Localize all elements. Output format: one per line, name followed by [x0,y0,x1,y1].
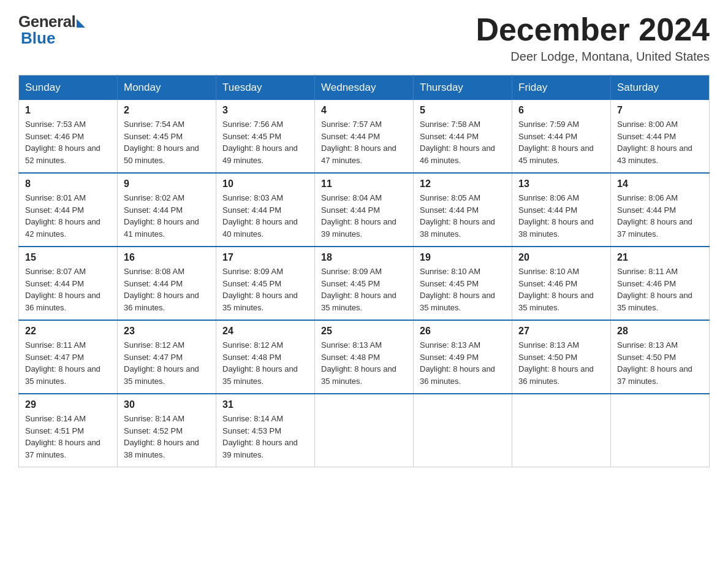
day-info: Sunrise: 8:11 AMSunset: 4:47 PMDaylight:… [25,339,111,387]
day-number: 9 [124,178,210,190]
table-row: 29Sunrise: 8:14 AMSunset: 4:51 PMDayligh… [19,394,118,467]
day-info: Sunrise: 7:58 AMSunset: 4:44 PMDaylight:… [420,118,506,166]
table-row: 26Sunrise: 8:13 AMSunset: 4:49 PMDayligh… [414,320,512,394]
calendar-week-row: 8Sunrise: 8:01 AMSunset: 4:44 PMDaylight… [19,173,710,247]
table-row: 8Sunrise: 8:01 AMSunset: 4:44 PMDaylight… [19,173,118,247]
day-info: Sunrise: 8:10 AMSunset: 4:45 PMDaylight:… [420,266,506,313]
day-number: 23 [124,326,210,337]
day-number: 29 [25,399,111,410]
table-row: 4Sunrise: 7:57 AMSunset: 4:44 PMDaylight… [315,100,414,173]
table-row: 24Sunrise: 8:12 AMSunset: 4:48 PMDayligh… [216,320,315,394]
calendar-week-row: 15Sunrise: 8:07 AMSunset: 4:44 PMDayligh… [19,247,710,320]
col-monday: Monday [118,75,216,101]
day-number: 8 [25,178,111,190]
day-info: Sunrise: 8:13 AMSunset: 4:48 PMDaylight:… [321,339,407,387]
day-number: 5 [420,105,506,116]
day-info: Sunrise: 8:01 AMSunset: 4:44 PMDaylight:… [25,192,111,240]
table-row: 14Sunrise: 8:06 AMSunset: 4:44 PMDayligh… [611,173,710,247]
table-row: 11Sunrise: 8:04 AMSunset: 4:44 PMDayligh… [315,173,414,247]
day-info: Sunrise: 8:12 AMSunset: 4:48 PMDaylight:… [222,339,308,387]
day-info: Sunrise: 8:11 AMSunset: 4:46 PMDaylight:… [617,266,703,313]
day-number: 16 [124,252,210,263]
day-number: 20 [518,252,604,263]
table-row: 18Sunrise: 8:09 AMSunset: 4:45 PMDayligh… [315,247,414,320]
table-row: 20Sunrise: 8:10 AMSunset: 4:46 PMDayligh… [512,247,611,320]
table-row: 16Sunrise: 8:08 AMSunset: 4:44 PMDayligh… [118,247,216,320]
col-saturday: Saturday [611,75,710,101]
table-row: 15Sunrise: 8:07 AMSunset: 4:44 PMDayligh… [19,247,118,320]
day-info: Sunrise: 7:57 AMSunset: 4:44 PMDaylight:… [321,118,407,166]
table-row: 28Sunrise: 8:13 AMSunset: 4:50 PMDayligh… [611,320,710,394]
location-subtitle: Deer Lodge, Montana, United States [476,50,710,64]
day-info: Sunrise: 8:09 AMSunset: 4:45 PMDaylight:… [222,266,308,313]
day-number: 2 [124,105,210,116]
day-info: Sunrise: 8:06 AMSunset: 4:44 PMDaylight:… [617,192,703,240]
day-number: 7 [617,105,703,116]
day-number: 30 [124,399,210,410]
table-row: 27Sunrise: 8:13 AMSunset: 4:50 PMDayligh… [512,320,611,394]
day-number: 13 [518,178,604,190]
logo-blue-text: Blue [21,29,55,48]
day-number: 25 [321,326,407,337]
table-row [512,394,611,467]
calendar-week-row: 22Sunrise: 8:11 AMSunset: 4:47 PMDayligh… [19,320,710,394]
day-number: 12 [420,178,506,190]
day-info: Sunrise: 8:10 AMSunset: 4:46 PMDaylight:… [518,266,604,313]
table-row: 25Sunrise: 8:13 AMSunset: 4:48 PMDayligh… [315,320,414,394]
day-info: Sunrise: 7:59 AMSunset: 4:44 PMDaylight:… [518,118,604,166]
day-info: Sunrise: 8:02 AMSunset: 4:44 PMDaylight:… [124,192,210,240]
day-number: 24 [222,326,308,337]
table-row: 31Sunrise: 8:14 AMSunset: 4:53 PMDayligh… [216,394,315,467]
day-info: Sunrise: 8:14 AMSunset: 4:53 PMDaylight:… [222,413,308,461]
day-number: 6 [518,105,604,116]
table-row: 13Sunrise: 8:06 AMSunset: 4:44 PMDayligh… [512,173,611,247]
page-header: General Blue December 2024 Deer Lodge, M… [18,12,710,64]
table-row [414,394,512,467]
col-wednesday: Wednesday [315,75,414,101]
day-info: Sunrise: 8:06 AMSunset: 4:44 PMDaylight:… [518,192,604,240]
table-row: 6Sunrise: 7:59 AMSunset: 4:44 PMDaylight… [512,100,611,173]
table-row [315,394,414,467]
day-info: Sunrise: 8:04 AMSunset: 4:44 PMDaylight:… [321,192,407,240]
table-row: 7Sunrise: 8:00 AMSunset: 4:44 PMDaylight… [611,100,710,173]
day-info: Sunrise: 8:03 AMSunset: 4:44 PMDaylight:… [222,192,308,240]
table-row: 5Sunrise: 7:58 AMSunset: 4:44 PMDaylight… [414,100,512,173]
day-info: Sunrise: 8:08 AMSunset: 4:44 PMDaylight:… [124,266,210,313]
day-info: Sunrise: 8:13 AMSunset: 4:50 PMDaylight:… [518,339,604,387]
day-info: Sunrise: 8:00 AMSunset: 4:44 PMDaylight:… [617,118,703,166]
table-row: 12Sunrise: 8:05 AMSunset: 4:44 PMDayligh… [414,173,512,247]
day-info: Sunrise: 8:09 AMSunset: 4:45 PMDaylight:… [321,266,407,313]
day-info: Sunrise: 7:56 AMSunset: 4:45 PMDaylight:… [222,118,308,166]
month-title: December 2024 [476,12,710,47]
day-number: 19 [420,252,506,263]
day-info: Sunrise: 8:14 AMSunset: 4:52 PMDaylight:… [124,413,210,461]
day-info: Sunrise: 8:07 AMSunset: 4:44 PMDaylight:… [25,266,111,313]
day-number: 11 [321,178,407,190]
table-row: 1Sunrise: 7:53 AMSunset: 4:46 PMDaylight… [19,100,118,173]
day-info: Sunrise: 8:05 AMSunset: 4:44 PMDaylight:… [420,192,506,240]
day-number: 17 [222,252,308,263]
col-sunday: Sunday [19,75,118,101]
table-row: 22Sunrise: 8:11 AMSunset: 4:47 PMDayligh… [19,320,118,394]
table-row: 21Sunrise: 8:11 AMSunset: 4:46 PMDayligh… [611,247,710,320]
table-row: 17Sunrise: 8:09 AMSunset: 4:45 PMDayligh… [216,247,315,320]
day-number: 28 [617,326,703,337]
logo: General Blue [18,12,85,48]
table-row: 9Sunrise: 8:02 AMSunset: 4:44 PMDaylight… [118,173,216,247]
table-row [611,394,710,467]
day-number: 22 [25,326,111,337]
day-number: 27 [518,326,604,337]
day-number: 15 [25,252,111,263]
table-row: 23Sunrise: 8:12 AMSunset: 4:47 PMDayligh… [118,320,216,394]
calendar-header-row: Sunday Monday Tuesday Wednesday Thursday… [19,75,710,101]
table-row: 19Sunrise: 8:10 AMSunset: 4:45 PMDayligh… [414,247,512,320]
col-tuesday: Tuesday [216,75,315,101]
day-number: 31 [222,399,308,410]
title-area: December 2024 Deer Lodge, Montana, Unite… [476,12,710,64]
table-row: 3Sunrise: 7:56 AMSunset: 4:45 PMDaylight… [216,100,315,173]
table-row: 2Sunrise: 7:54 AMSunset: 4:45 PMDaylight… [118,100,216,173]
logo-arrow-icon [77,19,85,28]
day-info: Sunrise: 8:13 AMSunset: 4:50 PMDaylight:… [617,339,703,387]
day-number: 18 [321,252,407,263]
table-row: 10Sunrise: 8:03 AMSunset: 4:44 PMDayligh… [216,173,315,247]
